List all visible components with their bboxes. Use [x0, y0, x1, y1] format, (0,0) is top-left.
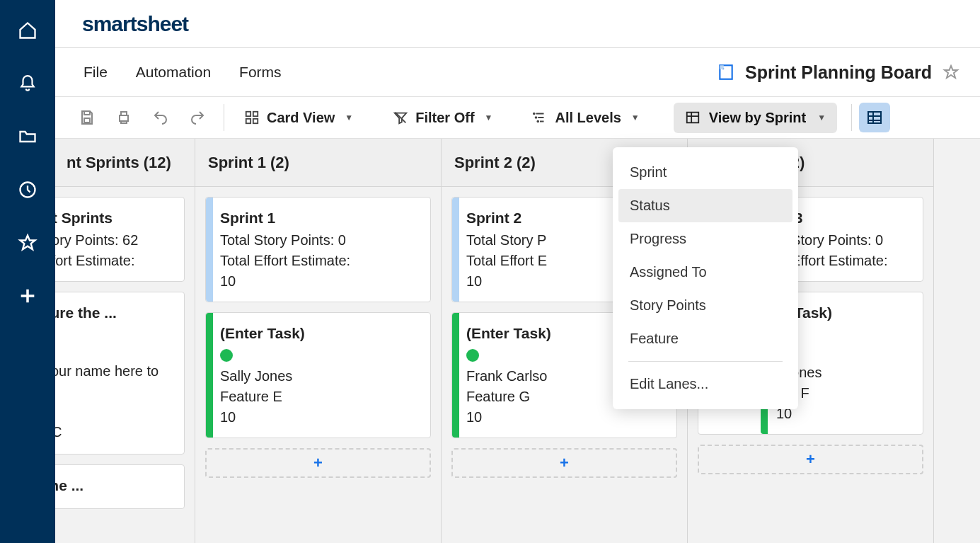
card-title: (Enter Task) — [220, 323, 419, 344]
card-line: 10 — [220, 271, 419, 292]
task-card[interactable]: (Enter Task) Sally Jones Feature E 10 — [205, 312, 431, 438]
board: nt Sprints (12) rrent Sprints al Story P… — [55, 139, 980, 543]
svg-point-10 — [538, 121, 539, 122]
card-feature: Feature E — [220, 387, 419, 407]
view-switcher-label: Card View — [267, 110, 335, 126]
filter-label: Filter Off — [415, 110, 474, 126]
card-title: Sprint 1 — [220, 207, 419, 229]
task-card[interactable]: nfigure the ... ert your name here to us… — [55, 292, 185, 455]
view-by-dropdown: Sprint Status Progress Assigned To Story… — [613, 147, 798, 409]
status-dot-icon — [466, 349, 479, 362]
card-line: ert your name here to us... — [55, 361, 173, 402]
dropdown-item-progress[interactable]: Progress — [613, 222, 798, 256]
lane-summary-card[interactable]: rrent Sprints al Story Points: 62 al Eff… — [55, 197, 185, 282]
svg-point-9 — [536, 117, 537, 118]
card-line: Total Story Points: 0 — [220, 230, 419, 251]
card-line: ture C — [55, 422, 173, 442]
status-dot-icon — [220, 349, 233, 362]
favorites-icon[interactable] — [17, 232, 38, 253]
card-stripe — [206, 198, 213, 302]
dropdown-divider — [628, 361, 783, 362]
dropdown-item-edit-lanes[interactable]: Edit Lanes... — [613, 367, 798, 401]
card-stripe — [206, 313, 213, 437]
dropdown-item-story-points[interactable]: Story Points — [613, 289, 798, 322]
folder-icon[interactable] — [17, 126, 38, 147]
card-title: de the ... — [55, 475, 173, 496]
print-icon[interactable] — [112, 105, 136, 130]
menu-forms[interactable]: Forms — [239, 64, 282, 81]
filter-button[interactable]: Filter Off ▼ — [387, 105, 498, 130]
toolbar: Card View ▼ Filter Off ▼ All Levels ▼ Vi… — [55, 96, 980, 139]
dropdown-item-sprint[interactable]: Sprint — [613, 156, 798, 189]
favorite-toggle-icon[interactable] — [942, 63, 960, 81]
svg-point-8 — [534, 113, 535, 115]
svg-rect-12 — [868, 112, 881, 123]
menu-bar: File Automation Forms Sprint Planning Bo… — [55, 48, 980, 96]
bell-icon[interactable] — [17, 73, 38, 94]
card-line: al Effort Estimate: — [55, 251, 173, 271]
view-by-label: View by Sprint — [709, 110, 806, 126]
chevron-down-icon: ▼ — [817, 113, 826, 122]
card-assignee: Sally Jones — [220, 366, 419, 387]
svg-rect-4 — [246, 112, 250, 116]
redo-icon[interactable] — [185, 105, 209, 130]
svg-rect-3 — [120, 115, 128, 121]
svg-rect-6 — [246, 119, 250, 123]
chevron-down-icon: ▼ — [631, 113, 640, 122]
card-line: Total Effort Estimate: — [220, 251, 419, 271]
recents-icon[interactable] — [17, 179, 38, 200]
svg-rect-7 — [253, 119, 258, 123]
sheet-title: Sprint Planning Board — [745, 62, 932, 83]
svg-rect-2 — [84, 118, 90, 122]
left-nav-rail — [0, 0, 55, 543]
brand-logo: smartsheet — [82, 12, 188, 36]
undo-icon[interactable] — [149, 105, 173, 130]
levels-button[interactable]: All Levels ▼ — [526, 105, 645, 130]
add-card-button[interactable]: + — [451, 448, 677, 478]
chevron-down-icon: ▼ — [485, 113, 493, 122]
card-title: rrent Sprints — [55, 207, 173, 229]
lane-sprint-1: Sprint 1 (2) Sprint 1 Total Story Points… — [195, 139, 442, 543]
lane-header[interactable]: Sprint 1 (2) — [195, 139, 441, 187]
save-icon[interactable] — [75, 105, 99, 130]
card-stripe — [452, 313, 459, 437]
task-card[interactable]: de the ... — [55, 464, 185, 508]
grid-view-toggle[interactable] — [859, 103, 890, 132]
lane-summary-card[interactable]: Sprint 1 Total Story Points: 0 Total Eff… — [205, 197, 431, 302]
dropdown-item-assigned-to[interactable]: Assigned To — [613, 256, 798, 289]
chevron-down-icon: ▼ — [345, 113, 353, 122]
home-icon[interactable] — [17, 20, 38, 41]
card-stripe — [452, 198, 459, 302]
menu-file[interactable]: File — [83, 64, 108, 81]
levels-label: All Levels — [555, 110, 621, 126]
card-title: nfigure the ... — [55, 302, 173, 324]
lane-current-sprints: nt Sprints (12) rrent Sprints al Story P… — [55, 139, 195, 543]
view-by-button[interactable]: View by Sprint ▼ — [674, 103, 837, 133]
card-points: 10 — [466, 407, 665, 428]
dropdown-item-feature[interactable]: Feature — [613, 322, 798, 355]
add-card-button[interactable]: + — [698, 445, 923, 474]
card-points: 10 — [220, 407, 419, 428]
view-switcher[interactable]: Card View ▼ — [238, 105, 359, 130]
brand-bar: smartsheet — [55, 0, 980, 48]
lane-header[interactable]: nt Sprints (12) — [55, 139, 195, 187]
dropdown-item-status[interactable]: Status — [618, 189, 792, 222]
menu-automation[interactable]: Automation — [136, 64, 211, 81]
create-icon[interactable] — [17, 285, 38, 307]
svg-rect-5 — [253, 112, 258, 116]
sheet-type-icon — [717, 63, 735, 81]
add-card-button[interactable]: + — [205, 448, 431, 478]
card-line: al Story Points: 62 — [55, 230, 173, 251]
svg-rect-11 — [687, 113, 699, 123]
